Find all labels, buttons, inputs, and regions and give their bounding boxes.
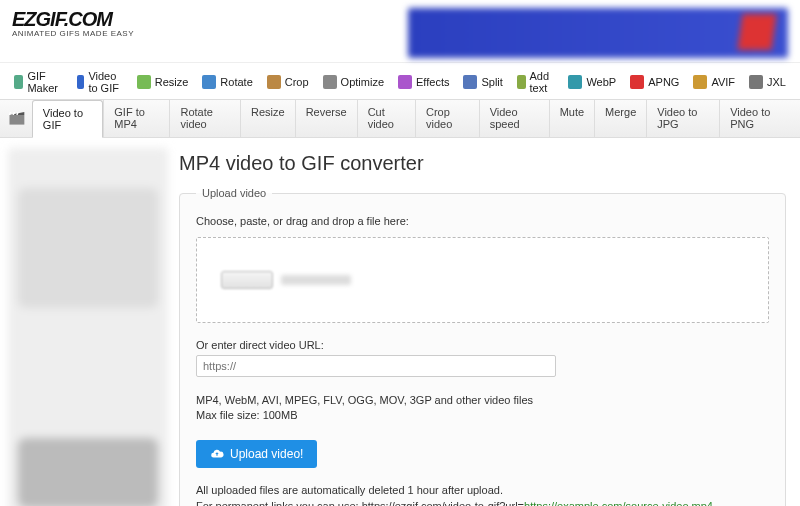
nav-secondary-tab[interactable]: Crop video <box>415 100 479 137</box>
chosen-file-name <box>281 275 351 285</box>
choose-label: Choose, paste, or drag and drop a file h… <box>196 215 769 227</box>
nav-secondary-tab[interactable]: Video to GIF <box>32 100 103 138</box>
nav-icon <box>14 75 23 89</box>
nav-primary-item[interactable]: Crop <box>261 67 315 97</box>
formats-info: MP4, WebM, AVI, MPEG, FLV, OGG, MOV, 3GP… <box>196 393 769 424</box>
choose-file-button[interactable] <box>221 271 273 289</box>
nav-label: Split <box>481 76 502 88</box>
upload-button[interactable]: Upload video! <box>196 440 317 468</box>
footnote-line2: For permanent links you can use: https:/… <box>196 498 769 506</box>
clapperboard-icon <box>8 109 26 129</box>
nav-icon <box>202 75 216 89</box>
nav-secondary-tab[interactable]: Video speed <box>479 100 549 137</box>
nav-primary-item[interactable]: Effects <box>392 67 455 97</box>
nav-secondary-tab[interactable]: Reverse <box>295 100 357 137</box>
sidebar-ad[interactable] <box>8 148 168 506</box>
cloud-upload-icon <box>210 447 224 461</box>
nav-secondary-tab[interactable]: Cut video <box>357 100 415 137</box>
nav-label: WebP <box>586 76 616 88</box>
example-url-link[interactable]: https://example.com/source-video.mp4 <box>524 500 713 506</box>
nav-label: Resize <box>155 76 189 88</box>
footnote: All uploaded files are automatically del… <box>196 482 769 506</box>
ad-banner[interactable] <box>408 8 788 58</box>
nav-label: AVIF <box>711 76 735 88</box>
nav-secondary-tab[interactable]: Mute <box>549 100 594 137</box>
sidebar <box>0 138 175 506</box>
nav-label: Rotate <box>220 76 252 88</box>
layout: MP4 video to GIF converter Upload video … <box>0 138 800 506</box>
nav-label: APNG <box>648 76 679 88</box>
nav-primary-item[interactable]: GIF Maker <box>8 67 69 97</box>
nav-secondary-tab[interactable]: Merge <box>594 100 646 137</box>
nav-icon <box>323 75 337 89</box>
logo[interactable]: EZGIF.COM ANIMATED GIFS MADE EASY <box>12 8 134 38</box>
nav-primary: GIF MakerVideo to GIFResizeRotateCropOpt… <box>0 62 800 99</box>
nav-primary-item[interactable]: Resize <box>131 67 195 97</box>
nav-primary-item[interactable]: Video to GIF <box>71 67 129 97</box>
nav-label: Optimize <box>341 76 384 88</box>
nav-primary-item[interactable]: APNG <box>624 67 685 97</box>
nav-label: GIF Maker <box>27 70 62 94</box>
nav-secondary-tab[interactable]: Video to PNG <box>719 100 794 137</box>
nav-icon <box>693 75 707 89</box>
nav-primary-item[interactable]: JXL <box>743 67 792 97</box>
nav-primary-item[interactable]: Optimize <box>317 67 390 97</box>
nav-icon <box>517 75 526 89</box>
svg-rect-2 <box>9 111 12 114</box>
nav-icon <box>267 75 281 89</box>
nav-primary-item[interactable]: Split <box>457 67 508 97</box>
file-dropzone[interactable] <box>196 237 769 323</box>
url-label: Or enter direct video URL: <box>196 339 769 351</box>
nav-label: JXL <box>767 76 786 88</box>
nav-icon <box>77 75 85 89</box>
nav-secondary-tab[interactable]: Resize <box>240 100 295 137</box>
nav-icon <box>630 75 644 89</box>
nav-label: Add text <box>530 70 555 94</box>
nav-secondary-tab[interactable]: GIF to MP4 <box>103 100 169 137</box>
nav-icon <box>398 75 412 89</box>
nav-secondary-tab[interactable]: Video to JPG <box>646 100 719 137</box>
upload-button-label: Upload video! <box>230 447 303 461</box>
formats-line: MP4, WebM, AVI, MPEG, FLV, OGG, MOV, 3GP… <box>196 393 769 408</box>
nav-secondary-tab[interactable]: Rotate video <box>169 100 240 137</box>
nav-label: Effects <box>416 76 449 88</box>
logo-title: EZGIF.COM <box>12 8 134 31</box>
nav-icon <box>568 75 582 89</box>
svg-rect-0 <box>9 114 24 124</box>
nav-secondary: Video to GIFGIF to MP4Rotate videoResize… <box>0 99 800 138</box>
nav-primary-item[interactable]: AVIF <box>687 67 741 97</box>
nav-primary-item[interactable]: Add text <box>511 67 561 97</box>
upload-fieldset: Upload video Choose, paste, or drag and … <box>179 187 786 506</box>
fieldset-legend: Upload video <box>196 187 272 199</box>
maxsize-line: Max file size: 100MB <box>196 408 769 423</box>
logo-tagline: ANIMATED GIFS MADE EASY <box>12 29 134 38</box>
footnote-line1: All uploaded files are automatically del… <box>196 482 769 499</box>
nav-label: Crop <box>285 76 309 88</box>
header: EZGIF.COM ANIMATED GIFS MADE EASY <box>0 0 800 62</box>
nav-label: Video to GIF <box>88 70 122 94</box>
nav-icon <box>749 75 763 89</box>
url-input[interactable] <box>196 355 556 377</box>
nav-primary-item[interactable]: Rotate <box>196 67 258 97</box>
nav-icon <box>463 75 477 89</box>
nav-primary-item[interactable]: WebP <box>562 67 622 97</box>
page-title: MP4 video to GIF converter <box>179 152 786 175</box>
nav-icon <box>137 75 151 89</box>
main: MP4 video to GIF converter Upload video … <box>175 138 800 506</box>
